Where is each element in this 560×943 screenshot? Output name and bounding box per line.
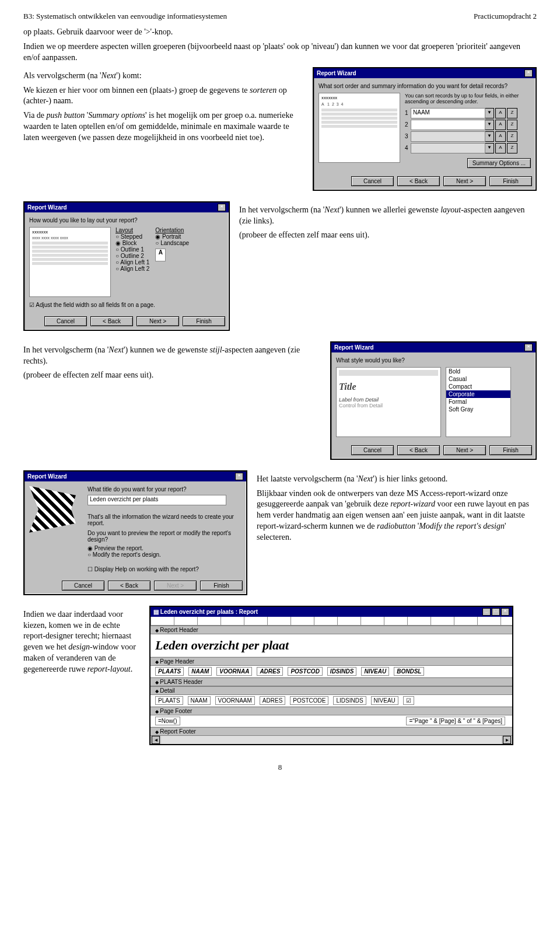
dialog-titlebar: Report Wizard × (331, 343, 536, 352)
style-listbox[interactable]: Bold Casual Compact Corporate Formal Sof… (446, 367, 511, 437)
sort-preview: xxxxxxx A 1 2 3 4 (318, 93, 400, 163)
orientation-option[interactable]: Landscape (155, 240, 189, 246)
band-detail[interactable]: Detail (150, 686, 512, 695)
style-item[interactable]: Bold (446, 368, 510, 375)
body-text: (probeer de effecten zelf maar eens uit)… (23, 370, 321, 381)
minimize-icon[interactable]: _ (482, 608, 491, 616)
band-page-header[interactable]: Page Header (150, 657, 512, 666)
layout-option[interactable]: Block (116, 240, 149, 246)
chevron-down-icon[interactable]: ▼ (485, 108, 494, 118)
band-page-footer[interactable]: Page Footer (150, 707, 512, 715)
scroll-right-icon[interactable]: ▸ (503, 736, 511, 744)
next-button[interactable]: Next > (443, 445, 486, 455)
close-icon[interactable]: × (501, 608, 509, 616)
sort-field-2[interactable] (411, 120, 485, 130)
detail-field[interactable]: NIVEAU (371, 696, 398, 705)
close-icon[interactable]: × (235, 473, 243, 480)
header-field[interactable]: PLAATS (155, 667, 184, 676)
band-report-footer[interactable]: Report Footer (150, 727, 512, 736)
scrollbar-track[interactable] (161, 736, 502, 744)
wizard-sort-dialog: Report Wizard × What sort order and summ… (313, 67, 537, 191)
header-right: Practicumopdracht 2 (474, 12, 537, 21)
header-field[interactable]: NIVEAU (361, 667, 389, 676)
wizard-style-dialog: Report Wizard × What style would you lik… (330, 341, 537, 460)
band-group-header[interactable]: PLAATS Header (150, 677, 512, 686)
detail-field[interactable]: NAAM (188, 696, 211, 705)
modify-radio[interactable]: Modify the report's design. (88, 551, 242, 558)
window-title: Leden overzicht per plaats : Report (160, 609, 258, 615)
finish-button[interactable]: Finish (489, 445, 532, 455)
header-field[interactable]: BONDSL (394, 667, 424, 676)
close-icon[interactable]: × (218, 204, 226, 211)
header-field[interactable]: NAAM (188, 667, 212, 676)
header-field[interactable]: IDSINDS (327, 667, 357, 676)
back-button[interactable]: < Back (397, 445, 440, 455)
orientation-option[interactable]: Portrait (155, 233, 189, 240)
header-field[interactable]: POSTCOD (288, 667, 322, 676)
style-item[interactable]: Formal (446, 398, 510, 406)
cancel-button[interactable]: Cancel (351, 176, 394, 186)
back-button[interactable]: < Back (397, 176, 440, 186)
finish-button[interactable]: Finish (200, 581, 243, 591)
footer-now[interactable]: =Now() (155, 717, 180, 725)
sort-asc-icon[interactable]: A (495, 120, 506, 130)
detail-field[interactable]: PLAATS (155, 696, 183, 705)
style-item[interactable]: Corporate (446, 390, 510, 398)
layout-option[interactable]: Outline 2 (116, 253, 149, 259)
band-report-header[interactable]: Report Header (150, 626, 512, 634)
sort-field-1[interactable]: NAAM (411, 108, 485, 118)
sort-desc-icon[interactable]: Z (507, 108, 517, 118)
help-checkbox[interactable]: ☐ Display Help on working with the repor… (88, 566, 242, 572)
sort-desc-icon[interactable]: Z (507, 120, 517, 130)
summary-options-button[interactable]: Summary Options ... (467, 158, 531, 168)
detail-field[interactable]: POSTCODE (290, 696, 328, 705)
cancel-button[interactable]: Cancel (44, 316, 87, 326)
close-icon[interactable]: × (524, 344, 533, 351)
layout-option[interactable]: Outline 1 (116, 246, 149, 253)
body-text: Het laatste vervolgscherm (na 'Next') is… (257, 474, 537, 485)
sort-asc-icon[interactable]: A (495, 108, 506, 118)
scroll-left-icon[interactable]: ◂ (152, 736, 160, 744)
report-designer-window: ▤ Leden overzicht per plaats : Report _ … (149, 606, 513, 745)
next-button[interactable]: Next > (443, 176, 486, 186)
maximize-icon[interactable]: □ (492, 608, 500, 616)
chevron-down-icon: ▼ (485, 131, 494, 142)
window-titlebar: ▤ Leden overzicht per plaats : Report _ … (150, 607, 512, 617)
finish-button[interactable]: Finish (489, 176, 532, 186)
close-icon[interactable]: × (524, 69, 533, 77)
header-field[interactable]: ADRES (257, 667, 283, 676)
detail-field[interactable]: VOORNAAM (215, 696, 255, 705)
finish-button[interactable]: Finish (183, 316, 225, 326)
layout-option[interactable]: Align Left 2 (116, 266, 149, 272)
style-item[interactable]: Compact (446, 383, 510, 390)
back-button[interactable]: < Back (90, 316, 133, 326)
dialog-title: Report Wizard (317, 70, 356, 76)
wizard-question: How would you like to lay out your repor… (29, 217, 224, 223)
report-title-label[interactable]: Leden overzicht per plaat (155, 638, 289, 653)
header-field[interactable]: VOORNAA (216, 667, 252, 676)
style-item[interactable]: Casual (446, 375, 510, 383)
style-item[interactable]: Soft Gray (446, 406, 510, 413)
layout-preview: xxxxxxx xxxx xxxx xxxx xxxx (29, 227, 111, 297)
body-text: Blijkbaar vinden ook de ontwerpers van d… (257, 488, 537, 543)
report-title-input[interactable]: Leden overzicht per plaats (88, 495, 226, 505)
detail-field[interactable]: LIDSINDS (333, 696, 366, 705)
page-icon: A (155, 249, 166, 261)
footer-pagenum[interactable]: ="Page " & [Page] & " of " & [Pages] (406, 717, 505, 725)
layout-option[interactable]: Align Left 1 (116, 259, 149, 266)
detail-field[interactable]: ☑ (403, 696, 414, 705)
next-button[interactable]: Next > (136, 316, 179, 326)
fit-checkbox[interactable]: Adjust the field width so all fields fit… (29, 302, 224, 308)
sort-field-4 (411, 143, 485, 153)
chevron-down-icon[interactable]: ▼ (485, 120, 494, 130)
preview-radio[interactable]: Preview the report. (88, 545, 242, 551)
wizard-hint: You can sort records by up to four field… (405, 93, 531, 104)
orientation-heading: Orientation (155, 227, 189, 233)
cancel-button[interactable]: Cancel (62, 581, 104, 591)
detail-field[interactable]: ADRES (260, 696, 285, 705)
wizard-text: That's all the information the wizard ne… (88, 514, 242, 526)
layout-option[interactable]: Stepped (116, 233, 149, 240)
cancel-button[interactable]: Cancel (351, 445, 394, 455)
dialog-titlebar: Report Wizard × (314, 68, 536, 78)
back-button[interactable]: < Back (108, 581, 150, 591)
